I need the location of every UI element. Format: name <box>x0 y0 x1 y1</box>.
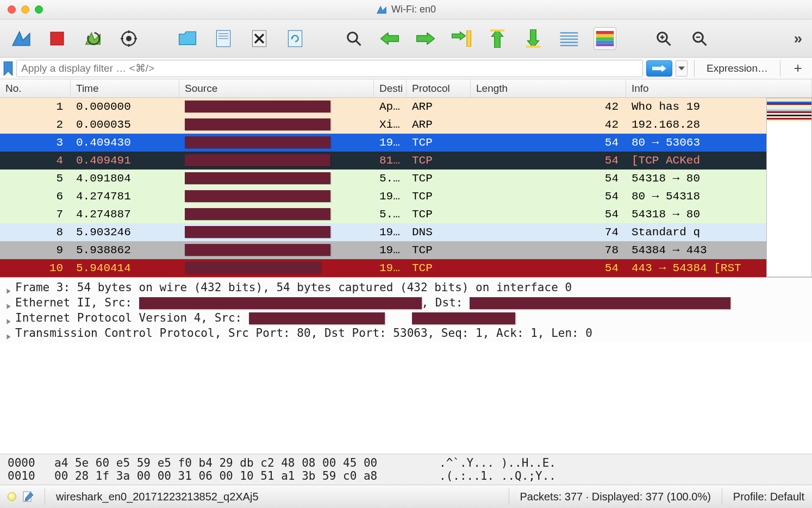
status-packet-count: Packets: 377 · Displayed: 377 (100.0%) <box>520 491 711 503</box>
detail-ip-text: Internet Protocol Version 4, Src: <box>15 311 515 324</box>
column-time[interactable]: Time <box>71 79 179 97</box>
open-file-button[interactable] <box>176 27 199 50</box>
svg-rect-14 <box>288 30 302 47</box>
svg-point-16 <box>348 32 358 42</box>
filter-dropdown-button[interactable] <box>676 60 688 77</box>
window-title: Wi-Fi: en0 <box>0 4 812 15</box>
svg-rect-35 <box>596 43 614 46</box>
column-info[interactable]: Info <box>626 79 812 97</box>
window-title-text: Wi-Fi: en0 <box>391 4 436 15</box>
table-row[interactable]: 74.2748875.…TCP5454318 → 80 <box>0 205 812 223</box>
status-file-name: wireshark_en0_20171223213852_q2XAj5 <box>56 491 498 503</box>
svg-marker-44 <box>678 66 685 70</box>
capture-options-button[interactable] <box>117 27 140 50</box>
toolbar-overflow-icon[interactable]: » <box>794 30 802 47</box>
svg-marker-46 <box>7 304 10 309</box>
svg-rect-34 <box>596 40 614 43</box>
table-row[interactable]: 20.000035Xi…ARP42192.168.28 <box>0 116 812 134</box>
detail-ethernet-text: Ethernet II, Src: , Dst: <box>15 296 730 309</box>
svg-marker-24 <box>528 29 539 48</box>
svg-rect-23 <box>490 29 504 32</box>
expand-icon[interactable] <box>5 315 12 321</box>
table-row[interactable]: 64.27478119…TCP5480 → 54318 <box>0 187 812 205</box>
status-bar: wireshark_en0_20171223213852_q2XAj5 Pack… <box>0 485 812 508</box>
svg-line-37 <box>666 40 671 45</box>
table-row[interactable]: 85.90324619…DNS74Standard q <box>0 223 812 241</box>
svg-rect-32 <box>596 34 614 37</box>
packet-list[interactable]: 10.000000Ap…ARP42Who has 1920.000035Xi…A… <box>0 98 812 277</box>
column-destination[interactable]: Desti <box>374 79 407 97</box>
table-row[interactable]: 30.40943019…TCP5480 → 53063 <box>0 134 812 152</box>
detail-ip[interactable]: Internet Protocol Version 4, Src: <box>5 310 810 325</box>
detail-frame[interactable]: Frame 3: 54 bytes on wire (432 bits), 54… <box>5 280 810 295</box>
column-source[interactable]: Source <box>179 79 374 97</box>
display-filter-input[interactable] <box>16 60 643 77</box>
zoom-out-button[interactable] <box>688 27 711 50</box>
status-profile[interactable]: Profile: Default <box>733 491 804 503</box>
hex-line[interactable]: 0000a4 5e 60 e5 59 e5 f0 b4 29 db c2 48 … <box>8 456 804 469</box>
svg-marker-20 <box>452 32 466 40</box>
expand-icon[interactable] <box>5 299 12 306</box>
hex-line[interactable]: 001000 28 1f 3a 00 00 31 06 00 10 51 a1 … <box>8 469 804 482</box>
detail-frame-text: Frame 3: 54 bytes on wire (432 bits), 54… <box>15 281 572 294</box>
column-protocol[interactable]: Protocol <box>407 79 471 97</box>
svg-marker-43 <box>652 65 666 72</box>
table-row[interactable]: 10.000000Ap…ARP42Who has 19 <box>0 98 812 116</box>
expand-icon[interactable] <box>5 330 12 336</box>
svg-rect-31 <box>596 31 614 34</box>
column-length[interactable]: Length <box>471 79 626 97</box>
svg-marker-47 <box>7 319 10 324</box>
table-row[interactable]: 105.94041419…TCP54443 → 54384 [RST <box>0 259 812 277</box>
colorize-button[interactable] <box>594 27 616 50</box>
go-to-packet-button[interactable] <box>450 27 473 50</box>
svg-marker-45 <box>7 289 10 294</box>
expert-info-indicator[interactable] <box>8 492 16 501</box>
detail-tcp[interactable]: Transmission Control Protocol, Src Port:… <box>5 325 810 341</box>
display-filter-bar: Expression… + <box>0 58 812 79</box>
table-row[interactable]: 54.0918045.…TCP5454318 → 80 <box>0 170 812 187</box>
packet-details-pane[interactable]: Frame 3: 54 bytes on wire (432 bits), 54… <box>0 277 812 343</box>
save-file-button[interactable] <box>212 27 235 50</box>
svg-rect-21 <box>467 30 471 47</box>
go-last-packet-button[interactable] <box>522 27 545 50</box>
packet-bytes-pane[interactable]: 0000a4 5e 60 e5 59 e5 f0 b4 29 db c2 48 … <box>0 454 812 485</box>
table-row[interactable]: 95.93886219…TCP7854384 → 443 <box>0 241 812 259</box>
packet-minimap[interactable] <box>766 98 812 277</box>
bookmark-icon[interactable] <box>3 61 13 76</box>
add-filter-button[interactable]: + <box>787 60 809 77</box>
svg-marker-18 <box>381 33 399 45</box>
wireshark-logo-icon[interactable] <box>10 27 33 50</box>
svg-marker-22 <box>492 29 503 48</box>
detail-tcp-text: Transmission Control Protocol, Src Port:… <box>15 327 592 340</box>
restart-capture-button[interactable] <box>82 27 104 50</box>
auto-scroll-button[interactable] <box>558 27 580 50</box>
window-titlebar: Wi-Fi: en0 <box>0 0 812 20</box>
svg-point-2 <box>126 36 132 41</box>
column-no[interactable]: No. <box>0 79 71 97</box>
edit-capture-comment-icon[interactable] <box>23 491 34 502</box>
svg-rect-33 <box>596 37 614 40</box>
table-row[interactable]: 40.40949181…TCP54[TCP ACKed <box>0 152 812 170</box>
zoom-in-button[interactable] <box>652 27 675 50</box>
packet-list-header: No. Time Source Desti Protocol Length In… <box>0 79 812 98</box>
go-back-button[interactable] <box>378 27 401 50</box>
close-file-button[interactable] <box>248 27 271 50</box>
detail-ethernet[interactable]: Ethernet II, Src: , Dst: <box>5 295 810 310</box>
svg-marker-19 <box>417 33 435 45</box>
svg-rect-25 <box>526 46 540 48</box>
apply-filter-button[interactable] <box>646 60 672 77</box>
expand-icon[interactable] <box>5 284 12 291</box>
expression-button[interactable]: Expression… <box>701 62 773 74</box>
svg-rect-0 <box>51 32 64 45</box>
svg-marker-48 <box>7 334 10 340</box>
wireshark-icon <box>376 4 387 15</box>
go-first-packet-button[interactable] <box>486 27 509 50</box>
main-toolbar: » <box>0 20 812 58</box>
svg-line-17 <box>356 40 361 45</box>
find-packet-button[interactable] <box>342 27 365 50</box>
svg-line-41 <box>702 40 707 45</box>
stop-capture-button[interactable] <box>46 27 68 50</box>
reload-file-button[interactable] <box>284 27 307 50</box>
go-forward-button[interactable] <box>414 27 437 50</box>
